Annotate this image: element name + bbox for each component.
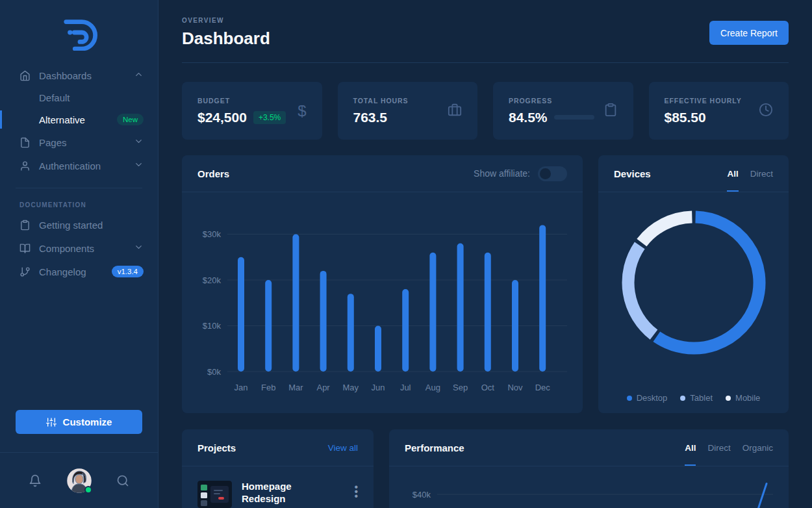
sidebar-item-label: Alternative xyxy=(39,114,85,125)
sidebar-item-label: Getting started xyxy=(39,220,103,231)
chevron-down-icon xyxy=(134,136,144,148)
legend-item-mobile: Mobile xyxy=(726,393,760,403)
card-title: Devices xyxy=(614,168,651,179)
show-affiliate-toggle[interactable] xyxy=(538,166,567,181)
legend-dot xyxy=(680,396,685,401)
project-list-item[interactable]: Homepage Redesign ••• xyxy=(182,466,374,508)
sidebar-item-label: Default xyxy=(39,92,70,103)
sidebar-item-default[interactable]: Default xyxy=(0,87,158,108)
dollar-icon: $ xyxy=(298,102,306,120)
stat-label: BUDGET xyxy=(197,97,298,105)
stat-card-progress: PROGRESS 84.5% xyxy=(493,82,633,140)
kebab-menu-icon[interactable]: ••• xyxy=(354,481,358,499)
sidebar-item-changelog[interactable]: Changelog v1.3.4 xyxy=(0,260,158,283)
sidebar-section-heading: Documentation xyxy=(19,201,158,209)
version-badge: v1.3.4 xyxy=(112,266,144,277)
home-icon xyxy=(19,70,31,81)
orders-card-header: Orders Show affiliate: xyxy=(182,155,583,192)
customize-button[interactable]: Customize xyxy=(16,410,142,434)
project-title: Homepage Redesign xyxy=(242,481,300,505)
legend-label: Tablet xyxy=(690,393,713,403)
charts-row: Orders Show affiliate: $0k$10k$20k$30kJa… xyxy=(182,155,789,413)
svg-text:Jun: Jun xyxy=(372,383,385,392)
clipboard-icon xyxy=(603,103,618,120)
devices-chart-body: Desktop Tablet Mobile xyxy=(598,192,789,413)
user-avatar[interactable] xyxy=(67,468,92,493)
orders-card: Orders Show affiliate: $0k$10k$20k$30kJa… xyxy=(182,155,583,413)
affiliate-toggle-group: Show affiliate: xyxy=(474,166,567,181)
sidebar-item-label: Authentication xyxy=(39,160,101,171)
delta-badge: +3.5% xyxy=(253,111,286,124)
sidebar-item-dashboards[interactable]: Dashboards xyxy=(0,64,158,87)
svg-text:$40k: $40k xyxy=(412,490,431,500)
progress-bar xyxy=(554,115,594,120)
bell-icon[interactable] xyxy=(29,474,42,487)
create-report-button[interactable]: Create Report xyxy=(709,21,789,45)
page-header: OVERVIEW Dashboard Create Report xyxy=(182,0,789,63)
search-icon[interactable] xyxy=(116,474,129,487)
performance-tabs: All Direct Organic xyxy=(685,443,773,453)
chevron-up-icon xyxy=(134,70,144,81)
tab-all[interactable]: All xyxy=(685,443,696,453)
sidebar-item-getting-started[interactable]: Getting started xyxy=(0,214,158,236)
sliders-icon xyxy=(46,417,57,427)
stats-row: BUDGET $24,500 +3.5% $ TOTAL HOURS 763.5 xyxy=(182,82,789,140)
devices-donut-chart xyxy=(615,204,772,361)
orders-bar-chart: $0k$10k$20k$30kJanFebMarAprMayJunJulAugS… xyxy=(197,204,567,401)
svg-text:Sep: Sep xyxy=(453,383,468,392)
stat-card-total-hours: TOTAL HOURS 763.5 xyxy=(338,82,478,140)
tab-direct[interactable]: Direct xyxy=(707,443,730,453)
stat-value: $85.50 xyxy=(665,110,706,125)
devices-card-header: Devices All Direct xyxy=(598,155,789,192)
sidebar: Dashboards Default Alternative New Pages… xyxy=(0,0,159,508)
git-branch-icon xyxy=(19,266,31,277)
tab-all[interactable]: All xyxy=(727,169,738,179)
sidebar-item-authentication[interactable]: Authentication xyxy=(0,154,158,177)
svg-text:Jan: Jan xyxy=(235,383,248,392)
logo[interactable] xyxy=(0,0,158,64)
card-title: Orders xyxy=(197,168,229,179)
chevron-down-icon xyxy=(134,160,144,171)
performance-card: Performance All Direct Organic $40k xyxy=(389,429,789,508)
clock-icon xyxy=(759,103,773,120)
orders-chart-body: $0k$10k$20k$30kJanFebMarAprMayJunJulAugS… xyxy=(182,192,583,410)
svg-text:$10k: $10k xyxy=(203,321,222,331)
view-all-link[interactable]: View all xyxy=(328,443,358,453)
page-title: Dashboard xyxy=(182,29,789,49)
tab-organic[interactable]: Organic xyxy=(742,443,773,453)
svg-text:Feb: Feb xyxy=(261,383,275,392)
project-thumbnail xyxy=(197,481,232,508)
svg-text:May: May xyxy=(343,383,359,392)
legend-label: Desktop xyxy=(637,393,668,403)
tab-direct[interactable]: Direct xyxy=(750,169,773,179)
brand-logo-icon xyxy=(59,14,99,51)
svg-text:Aug: Aug xyxy=(425,383,440,392)
sidebar-item-label: Components xyxy=(39,243,94,254)
legend-label: Mobile xyxy=(735,393,760,403)
toggle-label: Show affiliate: xyxy=(474,168,530,179)
card-title: Performance xyxy=(405,442,464,453)
sidebar-item-pages[interactable]: Pages xyxy=(0,131,158,154)
svg-text:Mar: Mar xyxy=(288,383,303,392)
sidebar-footer xyxy=(0,453,158,508)
sidebar-item-alternative[interactable]: Alternative New xyxy=(0,108,158,131)
card-title: Projects xyxy=(197,442,236,453)
online-status-dot xyxy=(84,486,92,494)
svg-text:Apr: Apr xyxy=(316,383,330,392)
devices-card: Devices All Direct Desktop Tablet Mobile xyxy=(598,155,789,413)
book-open-icon xyxy=(19,243,31,254)
stat-value: 763.5 xyxy=(353,110,388,125)
user-icon xyxy=(19,160,31,171)
sidebar-item-components[interactable]: Components xyxy=(0,236,158,260)
projects-card: Projects View all Homep xyxy=(182,429,374,508)
legend-item-tablet: Tablet xyxy=(680,393,713,403)
performance-card-header: Performance All Direct Organic xyxy=(389,429,789,466)
stat-label: PROGRESS xyxy=(509,97,603,105)
svg-text:$20k: $20k xyxy=(203,275,222,285)
briefcase-icon xyxy=(448,103,462,120)
clipboard-icon xyxy=(19,220,31,231)
breadcrumb-eyebrow: OVERVIEW xyxy=(182,17,789,24)
sidebar-item-label: Changelog xyxy=(39,266,86,277)
devices-legend: Desktop Tablet Mobile xyxy=(627,393,761,403)
active-indicator xyxy=(0,110,2,129)
